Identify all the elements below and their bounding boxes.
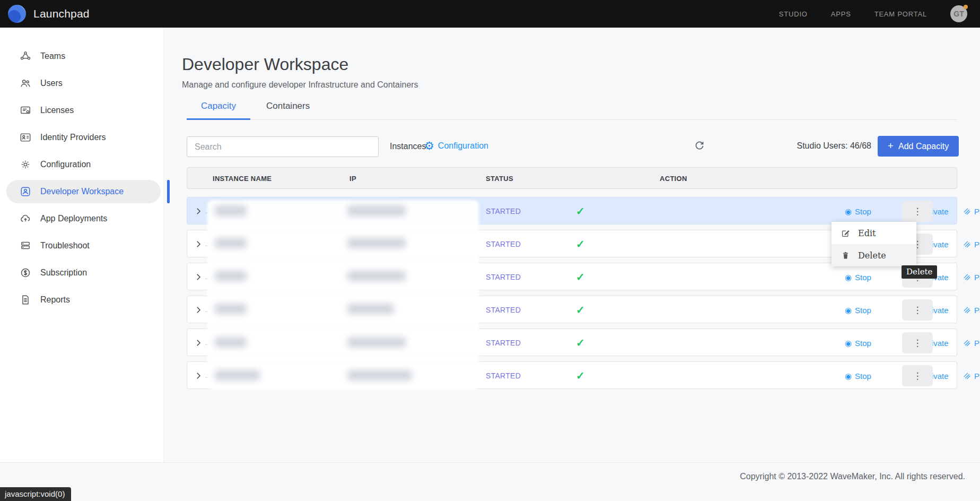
wavemaker-logo-icon [8, 5, 26, 23]
gear-icon [20, 159, 31, 170]
expand-row-button[interactable] [194, 263, 205, 291]
status-badge: STARTED [486, 329, 521, 357]
patch-action[interactable]: Patch [963, 263, 980, 291]
teams-icon [20, 50, 31, 62]
expand-row-button[interactable] [194, 197, 205, 225]
table-row: .. STARTED ✓ ◉Stop ⊖Passivate Patch Sync… [187, 197, 957, 224]
sidebar-item-label: Developer Workspace [40, 187, 124, 196]
patch-label: Patch [974, 273, 980, 282]
stop-action[interactable]: ◉Stop [845, 263, 871, 291]
brand-name: Launchpad [33, 7, 90, 20]
page-subtitle: Manage and configure developer Infrastru… [182, 80, 418, 90]
nav-link-apps[interactable]: APPS [831, 10, 851, 18]
top-navbar: Launchpad STUDIO APPS TEAM PORTAL GT [0, 0, 980, 28]
footer: Copyright © 2013-2022 WaveMaker, Inc. Al… [0, 462, 980, 501]
plus-icon: + [888, 140, 894, 152]
configuration-link[interactable]: ⚙ Configuration [424, 140, 488, 151]
sidebar-item-label: Troubleshoot [40, 241, 90, 250]
tab-containers[interactable]: Containers [266, 101, 310, 119]
configuration-link-label: Configuration [438, 141, 488, 151]
sidebar-item-developer-workspace[interactable]: Developer Workspace [6, 180, 161, 203]
sidebar-item-reports[interactable]: Reports [6, 288, 161, 312]
chevron-right-icon [194, 338, 203, 348]
patch-icon [963, 339, 971, 347]
sidebar-item-label: Reports [40, 295, 70, 305]
patch-label: Patch [974, 240, 980, 249]
health-check-icon: ✓ [576, 230, 585, 258]
patch-action[interactable]: Patch [963, 329, 980, 357]
app-root: Launchpad STUDIO APPS TEAM PORTAL GT Tea… [0, 0, 980, 501]
stop-icon: ◉ [845, 339, 852, 347]
sidebar-item-label: Subscription [40, 268, 87, 278]
menu-item-edit[interactable]: Edit [832, 222, 916, 244]
sidebar-item-licenses[interactable]: Licenses [6, 99, 161, 122]
expand-row-button[interactable] [194, 362, 205, 390]
refresh-button[interactable] [694, 140, 707, 153]
health-check-icon: ✓ [576, 263, 585, 291]
stop-action[interactable]: ◉Stop [845, 362, 871, 390]
sidebar: Teams Users Licenses Identity Providers … [0, 28, 164, 462]
status-badge: STARTED [486, 296, 521, 324]
patch-icon [963, 372, 971, 380]
dollar-circle-icon [20, 267, 31, 279]
blurred-text-prefix: .. [205, 362, 209, 390]
patch-icon [963, 240, 971, 248]
sidebar-item-configuration[interactable]: Configuration [6, 153, 161, 176]
stop-label: Stop [855, 372, 871, 381]
row-context-menu: Edit Delete [832, 222, 916, 266]
workspace-person-icon [20, 186, 31, 197]
column-header-instance-name: INSTANCE NAME [213, 175, 272, 183]
avatar[interactable]: GT [950, 5, 967, 22]
nav-link-studio[interactable]: STUDIO [779, 10, 808, 18]
edit-pencil-icon [841, 229, 850, 238]
sidebar-item-subscription[interactable]: Subscription [6, 261, 161, 284]
id-badge-icon [20, 132, 31, 143]
expand-row-button[interactable] [194, 230, 205, 258]
health-check-icon: ✓ [576, 362, 585, 390]
sidebar-item-app-deployments[interactable]: App Deployments [6, 207, 161, 230]
row-menu-button[interactable]: ⋮ [902, 299, 933, 321]
health-check-icon: ✓ [576, 296, 585, 324]
table-header: INSTANCE NAME IP STATUS ACTION [187, 167, 957, 189]
patch-action[interactable]: Patch [963, 296, 980, 324]
patch-action[interactable]: Patch [963, 362, 980, 390]
add-capacity-button[interactable]: + Add Capacity [878, 136, 959, 157]
sidebar-item-teams[interactable]: Teams [6, 45, 161, 68]
sidebar-item-troubleshoot[interactable]: Troubleshoot [6, 234, 161, 257]
status-badge: STARTED [486, 362, 521, 390]
stop-action[interactable]: ◉Stop [845, 197, 871, 225]
sidebar-item-identity-providers[interactable]: Identity Providers [6, 126, 161, 149]
sidebar-item-users[interactable]: Users [6, 72, 161, 95]
tab-capacity[interactable]: Capacity [192, 101, 245, 119]
sidebar-item-label: Identity Providers [40, 133, 106, 142]
table-row: .. STARTED ✓ ◉Stop ⊖Passivate Patch Sync… [187, 361, 957, 389]
trash-icon [841, 251, 850, 260]
chevron-right-icon [194, 371, 203, 381]
search-input[interactable] [187, 136, 379, 157]
sidebar-item-label: App Deployments [40, 214, 107, 223]
nav-link-team-portal[interactable]: TEAM PORTAL [874, 10, 927, 18]
instances-label: Instances [390, 142, 426, 151]
stop-action[interactable]: ◉Stop [845, 329, 871, 357]
patch-action[interactable]: Patch [963, 197, 980, 225]
stop-action[interactable]: ◉Stop [845, 296, 871, 324]
patch-action[interactable]: Patch [963, 230, 980, 258]
row-menu-button[interactable]: ⋮ [902, 332, 933, 353]
expand-row-button[interactable] [194, 329, 205, 357]
tabbar: Capacity Containers [187, 101, 957, 120]
status-badge: STARTED [486, 197, 521, 225]
blurred-text-prefix: .. [205, 296, 209, 324]
refresh-icon [694, 140, 705, 151]
sidebar-item-label: Licenses [40, 106, 74, 115]
column-header-ip: IP [349, 175, 356, 183]
sidebar-item-label: Teams [40, 51, 65, 61]
stop-icon: ◉ [845, 273, 852, 281]
row-menu-button[interactable]: ⋮ [902, 365, 933, 386]
kebab-icon: ⋮ [913, 338, 922, 349]
server-icon [20, 240, 31, 252]
row-menu-button[interactable]: ⋮ [902, 201, 933, 222]
menu-item-delete[interactable]: Delete [832, 244, 916, 266]
status-badge: STARTED [486, 230, 521, 258]
chevron-right-icon [194, 272, 203, 282]
expand-row-button[interactable] [194, 296, 205, 324]
